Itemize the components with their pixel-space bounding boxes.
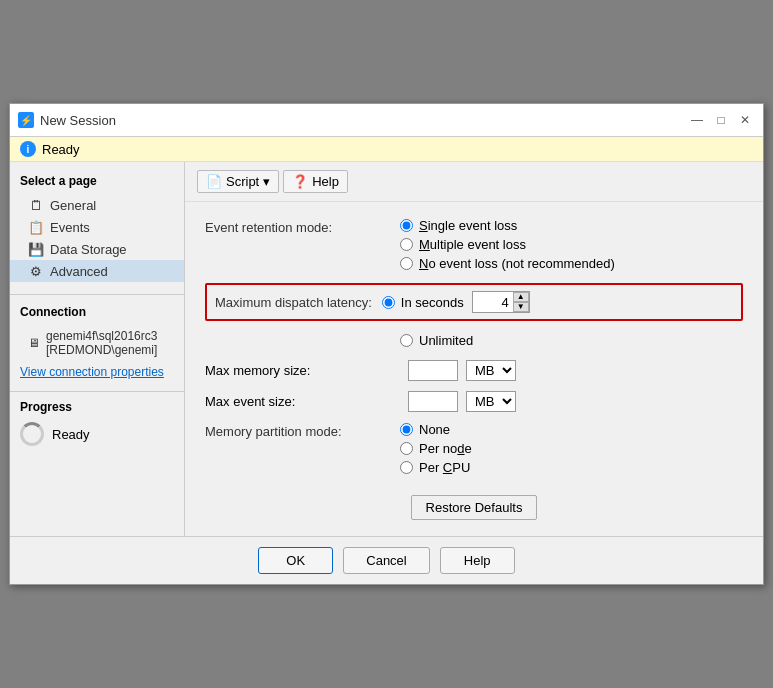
sidebar-item-general[interactable]: 🗒 General [10,194,184,216]
close-button[interactable]: ✕ [735,110,755,130]
script-label: Script [226,174,259,189]
dispatch-spinbox: 4 ▲ ▼ [472,291,530,313]
title-bar: ⚡ New Session — □ ✕ [10,104,763,137]
help-button[interactable]: ❓ Help [283,170,348,193]
dispatch-unlimited-option[interactable]: Unlimited [400,333,743,348]
sidebar-general-label: General [50,198,96,213]
event-retention-controls: Single event loss Multiple event loss No… [400,218,615,271]
memory-partition-label: Memory partition mode: [205,422,400,439]
event-retention-row: Event retention mode: Single event loss … [205,218,743,271]
partition-none-label: None [419,422,450,437]
retention-multiple-label: Multiple event loss [419,237,526,252]
max-memory-unit-select[interactable]: KB MB GB [466,360,516,381]
max-event-unit-select[interactable]: KB MB GB [466,391,516,412]
ok-button[interactable]: OK [258,547,333,574]
sidebar-item-data-storage[interactable]: 💾 Data Storage [10,238,184,260]
sidebar-events-label: Events [50,220,90,235]
partition-percpu-label: Per CPU [419,460,470,475]
spinbox-up-button[interactable]: ▲ [513,292,529,302]
progress-spinner [20,422,44,446]
maximize-button[interactable]: □ [711,110,731,130]
retention-none-radio[interactable] [400,257,413,270]
progress-section: Progress Ready [10,391,184,450]
sidebar-item-advanced[interactable]: ⚙ Advanced [10,260,184,282]
form-area: Event retention mode: Single event loss … [185,202,763,536]
content-area: Select a page 🗒 General 📋 Events 💾 Data … [10,162,763,536]
dispatch-value-input[interactable]: 4 [473,293,513,312]
dispatch-latency-row: Maximum dispatch latency: In seconds 4 ▲… [205,283,743,321]
dispatch-seconds-option[interactable]: In seconds [382,295,464,310]
retention-multiple-option[interactable]: Multiple event loss [400,237,615,252]
connection-section: Connection 🖥 genemi4f\sql2016rc3 [REDMON… [10,294,184,383]
sidebar-advanced-label: Advanced [50,264,108,279]
retention-multiple-radio[interactable] [400,238,413,251]
max-memory-label: Max memory size: [205,363,400,378]
retention-single-radio[interactable] [400,219,413,232]
main-window: ⚡ New Session — □ ✕ i Ready Select a pag… [9,103,764,585]
sidebar: Select a page 🗒 General 📋 Events 💾 Data … [10,162,185,536]
view-connection-link[interactable]: View connection properties [10,361,184,383]
max-memory-row: Max memory size: 4 KB MB GB [205,360,743,381]
connection-header: Connection [10,301,184,325]
sidebar-storage-label: Data Storage [50,242,127,257]
dispatch-unlimited-label: Unlimited [419,333,473,348]
dispatch-latency-label: Maximum dispatch latency: [215,295,372,310]
retention-single-option[interactable]: Single event loss [400,218,615,233]
retention-none-option[interactable]: No event loss (not recommended) [400,256,615,271]
select-page-header: Select a page [10,170,184,194]
sidebar-item-events[interactable]: 📋 Events [10,216,184,238]
retention-single-label: Single event loss [419,218,517,233]
memory-partition-controls: None Per node Per CPU [400,422,472,475]
window-icon: ⚡ [18,112,34,128]
script-button[interactable]: 📄 Script ▾ [197,170,279,193]
dispatch-seconds-label: In seconds [401,295,464,310]
advanced-icon: ⚙ [28,263,44,279]
max-event-label: Max event size: [205,394,400,409]
spinbox-down-button[interactable]: ▼ [513,302,529,312]
help-icon: ❓ [292,174,308,189]
dispatch-seconds-radio[interactable] [382,296,395,309]
retention-none-label: No event loss (not recommended) [419,256,615,271]
restore-defaults-button[interactable]: Restore Defaults [411,495,538,520]
max-memory-input[interactable]: 4 [408,360,458,381]
window-title: New Session [40,113,116,128]
help-bottom-button[interactable]: Help [440,547,515,574]
minimize-button[interactable]: — [687,110,707,130]
max-event-input[interactable]: 0 [408,391,458,412]
main-panel: 📄 Script ▾ ❓ Help Event retention mode: [185,162,763,536]
general-icon: 🗒 [28,197,44,213]
help-label: Help [312,174,339,189]
script-dropdown-icon: ▾ [263,174,270,189]
partition-none-option[interactable]: None [400,422,472,437]
event-retention-label: Event retention mode: [205,218,400,235]
partition-pernode-radio[interactable] [400,442,413,455]
toolbar: 📄 Script ▾ ❓ Help [185,162,763,202]
bottom-bar: OK Cancel Help [10,536,763,584]
dispatch-unlimited-row: Unlimited [205,333,743,348]
partition-none-radio[interactable] [400,423,413,436]
partition-pernode-option[interactable]: Per node [400,441,472,456]
status-bar: i Ready [10,137,763,162]
partition-percpu-radio[interactable] [400,461,413,474]
dispatch-inline-controls: In seconds 4 ▲ ▼ [382,291,530,313]
cancel-button[interactable]: Cancel [343,547,429,574]
connection-db-icon: 🖥 [28,336,40,350]
progress-content: Ready [10,418,184,450]
status-text: Ready [42,142,80,157]
restore-defaults-container: Restore Defaults [205,487,743,520]
progress-status: Ready [52,427,90,442]
partition-percpu-option[interactable]: Per CPU [400,460,472,475]
title-bar-left: ⚡ New Session [18,112,116,128]
title-controls: — □ ✕ [687,110,755,130]
connection-line1: genemi4f\sql2016rc3 [46,329,157,343]
dispatch-unlimited-radio[interactable] [400,334,413,347]
partition-pernode-label: Per node [419,441,472,456]
connection-info: 🖥 genemi4f\sql2016rc3 [REDMOND\genemi] [10,325,184,361]
max-event-row: Max event size: 0 KB MB GB [205,391,743,412]
storage-icon: 💾 [28,241,44,257]
connection-line2: [REDMOND\genemi] [46,343,157,357]
connection-details: genemi4f\sql2016rc3 [REDMOND\genemi] [46,329,157,357]
progress-header: Progress [10,398,184,418]
memory-partition-row: Memory partition mode: None Per node [205,422,743,475]
spinbox-buttons: ▲ ▼ [513,292,529,312]
